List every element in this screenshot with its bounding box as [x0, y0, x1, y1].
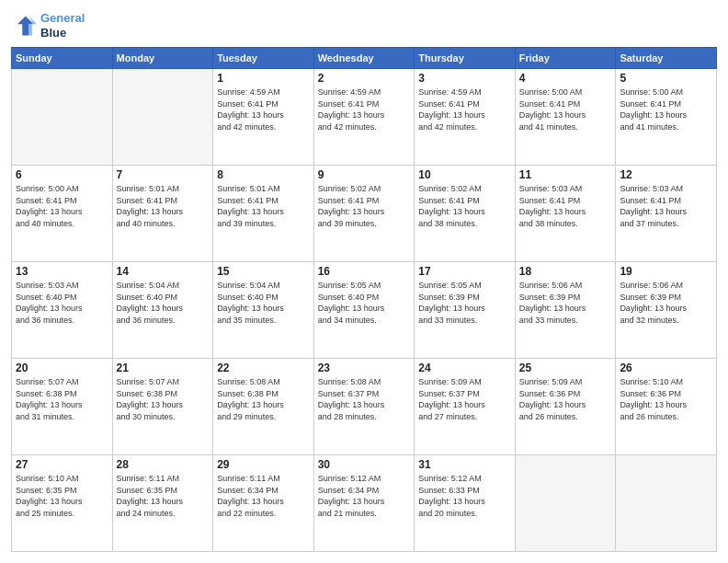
day-info: Sunrise: 5:01 AM Sunset: 6:41 PM Dayligh…: [217, 183, 310, 229]
day-number: 23: [318, 362, 411, 374]
day-info: Sunrise: 5:03 AM Sunset: 6:41 PM Dayligh…: [620, 183, 712, 229]
weekday-header-sunday: Sunday: [12, 48, 113, 69]
day-number: 30: [318, 458, 411, 471]
day-number: 27: [16, 458, 108, 471]
day-number: 14: [117, 265, 210, 278]
day-info: Sunrise: 5:12 AM Sunset: 6:34 PM Dayligh…: [318, 473, 411, 519]
day-number: 1: [217, 72, 310, 85]
day-number: 15: [217, 265, 310, 278]
day-number: 8: [217, 168, 310, 181]
calendar-cell: 24Sunrise: 5:09 AM Sunset: 6:37 PM Dayli…: [415, 359, 516, 455]
day-info: Sunrise: 5:09 AM Sunset: 6:37 PM Dayligh…: [418, 376, 511, 422]
calendar-cell: 15Sunrise: 5:04 AM Sunset: 6:40 PM Dayli…: [213, 262, 314, 359]
day-number: 12: [620, 168, 712, 181]
day-info: Sunrise: 5:05 AM Sunset: 6:40 PM Dayligh…: [318, 280, 411, 326]
day-info: Sunrise: 5:11 AM Sunset: 6:35 PM Dayligh…: [117, 473, 210, 519]
week-row-1: 6Sunrise: 5:00 AM Sunset: 6:41 PM Daylig…: [12, 166, 717, 262]
day-info: Sunrise: 5:08 AM Sunset: 6:38 PM Dayligh…: [217, 376, 310, 422]
calendar-cell: 30Sunrise: 5:12 AM Sunset: 6:34 PM Dayli…: [313, 455, 415, 552]
day-info: Sunrise: 5:03 AM Sunset: 6:41 PM Dayligh…: [519, 183, 612, 229]
day-info: Sunrise: 5:02 AM Sunset: 6:41 PM Dayligh…: [418, 183, 511, 229]
weekday-header-row: SundayMondayTuesdayWednesdayThursdayFrid…: [12, 48, 717, 69]
day-info: Sunrise: 5:00 AM Sunset: 6:41 PM Dayligh…: [16, 183, 108, 229]
day-info: Sunrise: 5:05 AM Sunset: 6:39 PM Dayligh…: [418, 280, 511, 326]
day-info: Sunrise: 5:08 AM Sunset: 6:37 PM Dayligh…: [318, 376, 411, 422]
calendar-cell: 25Sunrise: 5:09 AM Sunset: 6:36 PM Dayli…: [515, 359, 616, 455]
weekday-header-wednesday: Wednesday: [313, 48, 415, 69]
day-number: 24: [418, 362, 511, 374]
calendar-cell: 20Sunrise: 5:07 AM Sunset: 6:38 PM Dayli…: [12, 359, 113, 455]
day-info: Sunrise: 4:59 AM Sunset: 6:41 PM Dayligh…: [318, 86, 411, 132]
weekday-header-saturday: Saturday: [616, 48, 717, 69]
logo-text: General Blue: [40, 11, 85, 40]
calendar-cell: 3Sunrise: 4:59 AM Sunset: 6:41 PM Daylig…: [415, 69, 516, 166]
day-number: 4: [519, 72, 612, 85]
day-number: 16: [318, 265, 411, 278]
day-number: 18: [519, 265, 612, 278]
day-info: Sunrise: 5:07 AM Sunset: 6:38 PM Dayligh…: [117, 376, 210, 422]
day-number: 7: [117, 168, 210, 181]
day-number: 3: [418, 72, 511, 85]
day-info: Sunrise: 5:04 AM Sunset: 6:40 PM Dayligh…: [117, 280, 210, 326]
calendar-cell: 21Sunrise: 5:07 AM Sunset: 6:38 PM Dayli…: [112, 359, 213, 455]
day-info: Sunrise: 5:09 AM Sunset: 6:36 PM Dayligh…: [519, 376, 612, 422]
day-number: 25: [519, 362, 612, 374]
calendar-cell: [12, 69, 113, 166]
calendar-cell: 12Sunrise: 5:03 AM Sunset: 6:41 PM Dayli…: [616, 166, 717, 262]
day-info: Sunrise: 5:00 AM Sunset: 6:41 PM Dayligh…: [519, 86, 612, 132]
day-number: 19: [620, 265, 712, 278]
day-info: Sunrise: 5:10 AM Sunset: 6:36 PM Dayligh…: [620, 376, 712, 422]
calendar-cell: 4Sunrise: 5:00 AM Sunset: 6:41 PM Daylig…: [515, 69, 616, 166]
day-number: 6: [16, 168, 108, 181]
calendar-cell: [616, 455, 717, 552]
header: General Blue: [11, 11, 717, 40]
day-number: 5: [620, 72, 712, 85]
day-number: 31: [418, 458, 511, 471]
calendar-cell: 1Sunrise: 4:59 AM Sunset: 6:41 PM Daylig…: [213, 69, 314, 166]
day-number: 20: [16, 362, 108, 374]
day-number: 11: [519, 168, 612, 181]
calendar-cell: 18Sunrise: 5:06 AM Sunset: 6:39 PM Dayli…: [515, 262, 616, 359]
day-info: Sunrise: 4:59 AM Sunset: 6:41 PM Dayligh…: [217, 86, 310, 132]
day-info: Sunrise: 5:12 AM Sunset: 6:33 PM Dayligh…: [418, 473, 511, 519]
day-number: 22: [217, 362, 310, 374]
day-number: 29: [217, 458, 310, 471]
day-info: Sunrise: 5:11 AM Sunset: 6:34 PM Dayligh…: [217, 473, 310, 519]
day-info: Sunrise: 5:01 AM Sunset: 6:41 PM Dayligh…: [117, 183, 210, 229]
calendar-cell: [515, 455, 616, 552]
logo-icon: [11, 13, 37, 39]
day-number: 2: [318, 72, 411, 85]
calendar-cell: 11Sunrise: 5:03 AM Sunset: 6:41 PM Dayli…: [515, 166, 616, 262]
calendar-cell: 31Sunrise: 5:12 AM Sunset: 6:33 PM Dayli…: [415, 455, 516, 552]
day-number: 21: [117, 362, 210, 374]
week-row-4: 27Sunrise: 5:10 AM Sunset: 6:35 PM Dayli…: [12, 455, 717, 552]
day-info: Sunrise: 5:04 AM Sunset: 6:40 PM Dayligh…: [217, 280, 310, 326]
day-number: 26: [620, 362, 712, 374]
calendar-cell: 17Sunrise: 5:05 AM Sunset: 6:39 PM Dayli…: [415, 262, 516, 359]
day-info: Sunrise: 5:00 AM Sunset: 6:41 PM Dayligh…: [620, 86, 712, 132]
day-number: 9: [318, 168, 411, 181]
calendar-cell: [112, 69, 213, 166]
calendar-cell: 7Sunrise: 5:01 AM Sunset: 6:41 PM Daylig…: [112, 166, 213, 262]
calendar-cell: 28Sunrise: 5:11 AM Sunset: 6:35 PM Dayli…: [112, 455, 213, 552]
calendar-cell: 22Sunrise: 5:08 AM Sunset: 6:38 PM Dayli…: [213, 359, 314, 455]
week-row-0: 1Sunrise: 4:59 AM Sunset: 6:41 PM Daylig…: [12, 69, 717, 166]
weekday-header-monday: Monday: [112, 48, 213, 69]
day-number: 13: [16, 265, 108, 278]
day-info: Sunrise: 4:59 AM Sunset: 6:41 PM Dayligh…: [418, 86, 511, 132]
calendar-cell: 8Sunrise: 5:01 AM Sunset: 6:41 PM Daylig…: [213, 166, 314, 262]
day-number: 28: [117, 458, 210, 471]
weekday-header-thursday: Thursday: [415, 48, 516, 69]
logo: General Blue: [11, 11, 85, 40]
calendar-cell: 13Sunrise: 5:03 AM Sunset: 6:40 PM Dayli…: [12, 262, 113, 359]
calendar-table: SundayMondayTuesdayWednesdayThursdayFrid…: [11, 47, 717, 552]
week-row-2: 13Sunrise: 5:03 AM Sunset: 6:40 PM Dayli…: [12, 262, 717, 359]
calendar-cell: 19Sunrise: 5:06 AM Sunset: 6:39 PM Dayli…: [616, 262, 717, 359]
day-info: Sunrise: 5:07 AM Sunset: 6:38 PM Dayligh…: [16, 376, 108, 422]
calendar-cell: 14Sunrise: 5:04 AM Sunset: 6:40 PM Dayli…: [112, 262, 213, 359]
calendar-cell: 5Sunrise: 5:00 AM Sunset: 6:41 PM Daylig…: [616, 69, 717, 166]
calendar-cell: 6Sunrise: 5:00 AM Sunset: 6:41 PM Daylig…: [12, 166, 113, 262]
calendar-cell: 26Sunrise: 5:10 AM Sunset: 6:36 PM Dayli…: [616, 359, 717, 455]
day-info: Sunrise: 5:06 AM Sunset: 6:39 PM Dayligh…: [620, 280, 712, 326]
day-info: Sunrise: 5:03 AM Sunset: 6:40 PM Dayligh…: [16, 280, 108, 326]
